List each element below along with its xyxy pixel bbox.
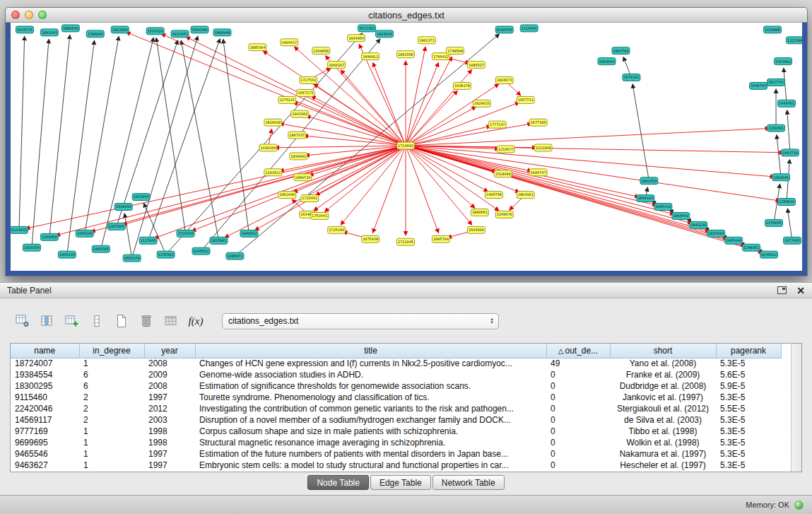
graph-node[interactable]: 1885304	[249, 44, 266, 51]
zoom-window-button[interactable]	[38, 11, 47, 19]
graph-node[interactable]: 1591862	[775, 58, 792, 65]
graph-edge[interactable]	[406, 126, 490, 146]
table-cell[interactable]: 1998	[144, 437, 195, 448]
graph-edge[interactable]	[223, 40, 249, 234]
graph-node[interactable]: 1867337	[288, 132, 306, 139]
table-row[interactable]: 977716911998Corpus callosum shape and si…	[11, 426, 781, 437]
graph-edge[interactable]	[225, 146, 406, 238]
graph-node[interactable]: 1895794	[432, 235, 449, 243]
graph-node[interactable]: 1615725	[16, 26, 33, 33]
graph-edge[interactable]	[32, 40, 49, 247]
table-cell[interactable]: 0	[546, 392, 610, 403]
graph-node[interactable]: 1725434	[177, 230, 194, 237]
graph-node[interactable]: 1889561	[471, 209, 488, 216]
graph-node[interactable]: 1827741	[767, 79, 785, 86]
graph-node[interactable]: 8130704	[495, 26, 513, 33]
graph-node[interactable]: 1820018	[264, 119, 282, 126]
tab-node-table[interactable]: Node Table	[307, 475, 369, 490]
graph-edge[interactable]	[406, 146, 783, 153]
column-header-title[interactable]: title	[195, 344, 546, 358]
table-cell[interactable]: 2003	[144, 414, 195, 426]
graph-node[interactable]: 9134931	[11, 226, 28, 233]
table-row[interactable]: 946554611997Estimation of the future num…	[11, 448, 781, 460]
graph-node[interactable]: 1899193	[637, 195, 654, 202]
table-cell[interactable]: Franke et al. (2009)	[610, 369, 716, 380]
graph-node[interactable]: 1722045	[397, 238, 415, 245]
graph-node[interactable]: 2026650	[114, 204, 132, 211]
graph-node[interactable]: 1891556	[397, 51, 415, 58]
graph-node[interactable]: 1254136	[76, 230, 93, 237]
graph-node[interactable]: 9245012	[192, 247, 210, 255]
table-row[interactable]: 1872400712008Changes of HCN gene express…	[11, 358, 781, 369]
graph-edge[interactable]	[406, 146, 674, 214]
graph-edge[interactable]	[406, 47, 425, 146]
table-cell[interactable]: Corpus callosum shape and size in male p…	[195, 426, 546, 437]
table-cell[interactable]: 1	[79, 426, 144, 437]
graph-node[interactable]: 1270655	[765, 219, 783, 226]
table-cell[interactable]: 1997	[144, 460, 195, 471]
graph-node[interactable]: 1263012	[264, 169, 282, 176]
column-button[interactable]	[88, 313, 105, 329]
graph-edge[interactable]	[123, 146, 406, 225]
graph-node[interactable]: 1727541	[300, 77, 317, 84]
import-table-button[interactable]	[163, 313, 180, 329]
table-cell[interactable]: 2009	[144, 369, 195, 380]
graph-node[interactable]: 1891550	[640, 177, 658, 185]
graph-edge[interactable]	[406, 146, 438, 233]
table-cell[interactable]: 5.3E-5	[716, 437, 781, 448]
table-cell[interactable]: 2008	[144, 358, 195, 369]
graph-edge[interactable]	[406, 129, 769, 146]
graph-edge[interactable]	[406, 146, 639, 197]
graph-edge[interactable]	[326, 56, 406, 146]
graph-node[interactable]: 1093719	[782, 149, 799, 156]
table-cell[interactable]: 9115460	[11, 392, 79, 403]
graph-node[interactable]: 1985527	[467, 62, 485, 69]
table-cell[interactable]: 6	[79, 369, 144, 380]
graph-edge[interactable]	[777, 135, 781, 177]
graph-node[interactable]: 1083046	[772, 174, 790, 181]
new-table-button[interactable]	[113, 313, 130, 329]
table-cell[interactable]: Stergiakouli et al. (2012)	[610, 403, 716, 414]
graph-node[interactable]: 1235561	[157, 251, 175, 258]
table-cell[interactable]: Yano et al. (2008)	[610, 358, 716, 369]
graph-node[interactable]: 1725340	[328, 226, 346, 233]
table-cell[interactable]: Structural magnetic resonance image aver…	[195, 437, 546, 448]
graph-edge[interactable]	[304, 136, 406, 146]
graph-node[interactable]: 1725401	[301, 195, 319, 202]
table-cell[interactable]: Disruption of a novel member of a sodium…	[195, 414, 546, 426]
column-header-pagerank[interactable]: pagerank	[716, 344, 781, 358]
graph-node[interactable]: 1210677	[497, 146, 514, 153]
table-cell[interactable]: 18724007	[11, 358, 79, 369]
table-cell[interactable]: 2	[79, 414, 144, 426]
graph-node[interactable]: 1905446	[725, 237, 743, 244]
table-cell[interactable]: 0	[546, 448, 610, 460]
graph-node[interactable]: 1154808	[764, 26, 782, 33]
graph-node[interactable]: 1786644	[86, 30, 104, 37]
graph-node[interactable]: 1626615	[473, 100, 490, 107]
table-cell[interactable]: 1	[79, 358, 144, 369]
minimize-window-button[interactable]	[25, 11, 33, 19]
table-cell[interactable]: Tibbo et al. (1998)	[610, 426, 716, 437]
graph-node[interactable]: 1546754	[750, 83, 767, 90]
graph-node[interactable]: 1949542	[240, 230, 258, 237]
graph-node[interactable]: 1866948	[213, 29, 231, 36]
table-cell[interactable]: 9699695	[11, 437, 79, 448]
graph-node[interactable]: 1815901	[210, 237, 228, 244]
graph-node[interactable]: 1961371	[418, 37, 435, 44]
table-cell[interactable]: Estimation of the future numbers of pati…	[195, 448, 546, 460]
graph-edge[interactable]	[67, 41, 95, 255]
network-canvas[interactable]: 1724093189155617604321985527181067320577…	[11, 23, 802, 271]
table-cell[interactable]: 19384554	[11, 369, 79, 380]
column-header-short[interactable]: short	[610, 344, 716, 358]
graph-edge[interactable]	[156, 38, 185, 234]
table-row[interactable]: 946362711997Embryonic stem cells: a mode…	[11, 460, 781, 471]
graph-node[interactable]: 2067173	[297, 89, 314, 96]
table-cell[interactable]: 9465546	[11, 448, 79, 460]
table-cell[interactable]: 14569117	[11, 414, 79, 426]
table-cell[interactable]: de Silva et al. (2003)	[610, 414, 716, 426]
column-settings-button[interactable]	[14, 313, 31, 329]
graph-node[interactable]: 1815493	[707, 230, 725, 237]
table-cell[interactable]: 2	[79, 403, 144, 414]
table-cell[interactable]: 0	[546, 460, 610, 471]
graph-node[interactable]: 1675438	[362, 235, 379, 243]
